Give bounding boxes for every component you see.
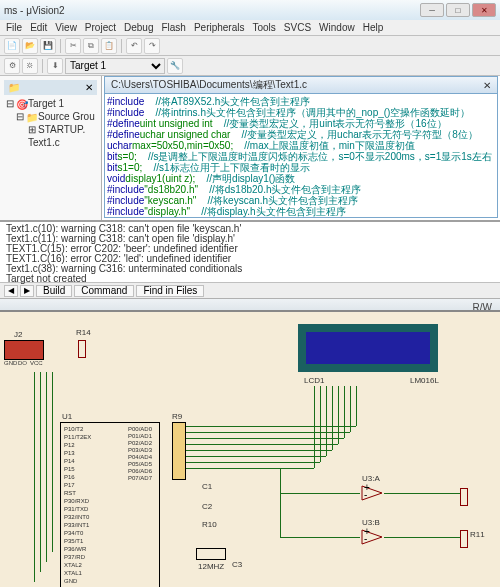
opamp-u3b[interactable]: +- xyxy=(360,528,384,546)
minimize-button[interactable]: ─ xyxy=(420,3,444,17)
lcd-part: LM016L xyxy=(410,376,439,385)
wire xyxy=(46,372,47,562)
cut-icon[interactable]: ✂ xyxy=(65,38,81,54)
menu-edit[interactable]: Edit xyxy=(30,22,47,33)
tree-startup[interactable]: ⊞ STARTUP. xyxy=(4,123,97,136)
close-button[interactable]: ✕ xyxy=(472,3,496,17)
project-tree: 📁 ✕ ⊟ 🎯Target 1 ⊟ 📁Source Grou ⊞ STARTUP… xyxy=(0,76,102,220)
main-area: 📁 ✕ ⊟ 🎯Target 1 ⊟ 📁Source Grou ⊞ STARTUP… xyxy=(0,76,500,220)
output-next-icon[interactable]: ▶ xyxy=(20,285,34,297)
j2-vcc: VCC xyxy=(30,360,43,366)
crystal-label: 12MHZ xyxy=(198,562,224,571)
j2-label: J2 xyxy=(14,330,22,339)
wire xyxy=(344,386,345,438)
ide-window: ms - μVision2 ─ □ ✕ File Edit View Proje… xyxy=(0,0,500,282)
new-file-icon[interactable]: 📄 xyxy=(4,38,20,54)
copy-icon[interactable]: ⧉ xyxy=(83,38,99,54)
wire xyxy=(280,493,360,494)
redo-icon[interactable]: ↷ xyxy=(144,38,160,54)
output-prev-icon[interactable]: ◀ xyxy=(4,285,18,297)
editor-path: C:\Users\TOSHIBA\Documents\编程\Text1.c xyxy=(111,78,307,92)
wire xyxy=(384,493,460,494)
c1-label: C1 xyxy=(202,482,212,491)
resistor-network-r9[interactable] xyxy=(172,422,186,480)
tab-command[interactable]: Command xyxy=(74,285,134,297)
tree-header: 📁 ✕ xyxy=(4,80,97,95)
tab-build[interactable]: Build xyxy=(36,285,72,297)
paste-icon[interactable]: 📋 xyxy=(101,38,117,54)
menu-flash[interactable]: Flash xyxy=(161,22,185,33)
r9-label: R9 xyxy=(172,412,182,421)
wire xyxy=(350,386,351,432)
c3-label: C3 xyxy=(232,560,242,569)
menu-tools[interactable]: Tools xyxy=(253,22,276,33)
save-icon[interactable]: 💾 xyxy=(40,38,56,54)
circuit-simulator[interactable]: LCD1 LM016L J2 VCC DO GND R14 U1 R9 12MH… xyxy=(0,310,500,587)
window-buttons: ─ □ ✕ xyxy=(420,3,496,17)
svg-text:-: - xyxy=(364,489,367,500)
wire xyxy=(186,450,332,451)
crystal[interactable] xyxy=(196,548,226,560)
r11-label: R11 xyxy=(470,530,485,539)
rebuild-icon[interactable]: ⛭ xyxy=(22,58,38,74)
window-title: ms - μVision2 xyxy=(4,5,65,16)
resistor-r11[interactable] xyxy=(460,530,468,548)
resistor-r14[interactable] xyxy=(78,340,86,358)
mcu-label: U1 xyxy=(62,412,72,421)
editor-tab[interactable]: C:\Users\TOSHIBA\Documents\编程\Text1.c ✕ xyxy=(104,76,498,94)
tree-close-icon[interactable]: ✕ xyxy=(85,82,93,93)
wire xyxy=(338,386,339,444)
opamp-u3a[interactable]: +- xyxy=(360,484,384,502)
editor-tab-close-icon[interactable]: ✕ xyxy=(483,80,491,91)
wire xyxy=(40,372,41,572)
wire xyxy=(186,426,356,427)
lcd-display[interactable] xyxy=(298,324,438,372)
wire xyxy=(186,462,320,463)
maximize-button[interactable]: □ xyxy=(446,3,470,17)
wire xyxy=(34,372,35,582)
title-bar: ms - μVision2 ─ □ ✕ xyxy=(0,0,500,20)
wire xyxy=(186,468,314,469)
j2-do: DO xyxy=(18,360,27,366)
menu-project[interactable]: Project xyxy=(85,22,116,33)
wire xyxy=(186,444,338,445)
wire xyxy=(280,468,281,538)
download-icon[interactable]: ⬇ xyxy=(47,58,63,74)
menu-view[interactable]: View xyxy=(55,22,77,33)
u3b-label: U3:B xyxy=(362,518,380,527)
connector-j2[interactable] xyxy=(4,340,44,360)
menu-peripherals[interactable]: Peripherals xyxy=(194,22,245,33)
build-output[interactable]: Text1.c(10): warning C318: can't open fi… xyxy=(0,220,500,282)
open-file-icon[interactable]: 📂 xyxy=(22,38,38,54)
tree-text1c[interactable]: Text1.c xyxy=(4,136,97,149)
wire xyxy=(326,386,327,456)
menu-help[interactable]: Help xyxy=(363,22,384,33)
tree-source-group[interactable]: ⊟ 📁Source Grou xyxy=(4,110,97,123)
wire xyxy=(356,386,357,426)
menu-file[interactable]: File xyxy=(6,22,22,33)
svg-text:-: - xyxy=(364,533,367,544)
toolbar-build: ⚙ ⛭ ⬇ Target 1 🔧 xyxy=(0,56,500,76)
tab-find[interactable]: Find in Files xyxy=(136,285,204,297)
editor-area: C:\Users\TOSHIBA\Documents\编程\Text1.c ✕ … xyxy=(102,76,500,220)
wire xyxy=(384,537,460,538)
wire xyxy=(332,386,333,450)
menu-debug[interactable]: Debug xyxy=(124,22,153,33)
tree-target[interactable]: ⊟ 🎯Target 1 xyxy=(4,97,97,110)
code-editor[interactable]: #include //将AT89X52.h头文件包含到主程序#include /… xyxy=(104,94,498,218)
menu-bar: File Edit View Project Debug Flash Perip… xyxy=(0,20,500,36)
wire xyxy=(320,386,321,462)
r14-label: R14 xyxy=(76,328,91,337)
resistor-r-right1[interactable] xyxy=(460,488,468,506)
menu-window[interactable]: Window xyxy=(319,22,355,33)
wire xyxy=(52,372,53,552)
options-icon[interactable]: 🔧 xyxy=(167,58,183,74)
u3a-label: U3:A xyxy=(362,474,380,483)
wire xyxy=(280,537,360,538)
wire xyxy=(186,456,326,457)
target-select[interactable]: Target 1 xyxy=(65,58,165,74)
j2-gnd: GND xyxy=(4,360,17,366)
menu-svcs[interactable]: SVCS xyxy=(284,22,311,33)
undo-icon[interactable]: ↶ xyxy=(126,38,142,54)
build-icon[interactable]: ⚙ xyxy=(4,58,20,74)
